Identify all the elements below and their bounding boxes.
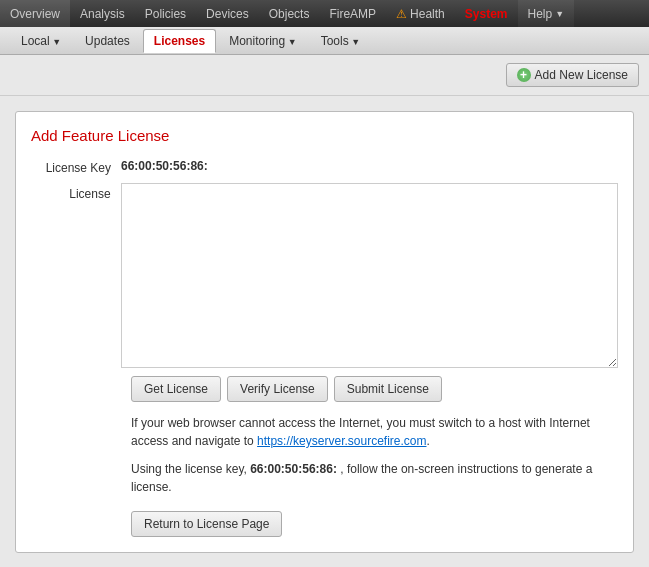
help-dropdown-arrow: ▼ [555, 9, 564, 19]
action-buttons: Get License Verify License Submit Licens… [131, 376, 618, 402]
plus-circle-icon: + [517, 68, 531, 82]
get-license-button[interactable]: Get License [131, 376, 221, 402]
sub-nav: Local Updates Licenses Monitoring Tools [0, 27, 649, 55]
verify-license-button[interactable]: Verify License [227, 376, 328, 402]
license-textarea-row: License [31, 183, 618, 368]
main-content: Add Feature License License Key 66:00:50… [0, 96, 649, 567]
license-key-row: License Key 66:00:50:56:86: [31, 159, 618, 175]
subnav-local[interactable]: Local [10, 29, 72, 53]
license-key-label: License Key [31, 159, 121, 175]
license-label: License [31, 183, 121, 201]
nav-devices[interactable]: Devices [196, 0, 259, 27]
subnav-updates[interactable]: Updates [74, 29, 141, 53]
nav-help[interactable]: Help ▼ [518, 0, 575, 27]
subnav-tools[interactable]: Tools [310, 29, 371, 53]
nav-overview[interactable]: Overview [0, 0, 70, 27]
keyserver-link[interactable]: https://keyserver.sourcefire.com [257, 434, 426, 448]
info-text-1: If your web browser cannot access the In… [131, 414, 618, 450]
nav-objects[interactable]: Objects [259, 0, 320, 27]
license-key-inline: 66:00:50:56:86: [250, 462, 337, 476]
submit-license-button[interactable]: Submit License [334, 376, 442, 402]
nav-fireamp[interactable]: FireAMP [319, 0, 386, 27]
warning-icon: ⚠ [396, 7, 407, 21]
nav-health[interactable]: ⚠ Health [386, 0, 455, 27]
license-key-value: 66:00:50:56:86: [121, 159, 208, 173]
nav-analysis[interactable]: Analysis [70, 0, 135, 27]
add-new-license-button[interactable]: + Add New License [506, 63, 639, 87]
license-textarea[interactable] [121, 183, 618, 368]
info-text-2: Using the license key, 66:00:50:56:86: ,… [131, 460, 618, 496]
toolbar: + Add New License [0, 55, 649, 96]
top-nav: Overview Analysis Policies Devices Objec… [0, 0, 649, 27]
subnav-licenses[interactable]: Licenses [143, 29, 216, 53]
card-title: Add Feature License [31, 127, 618, 144]
return-to-license-page-button[interactable]: Return to License Page [131, 511, 282, 537]
feature-license-card: Add Feature License License Key 66:00:50… [15, 111, 634, 553]
nav-policies[interactable]: Policies [135, 0, 196, 27]
nav-system[interactable]: System [455, 0, 518, 27]
subnav-monitoring[interactable]: Monitoring [218, 29, 307, 53]
